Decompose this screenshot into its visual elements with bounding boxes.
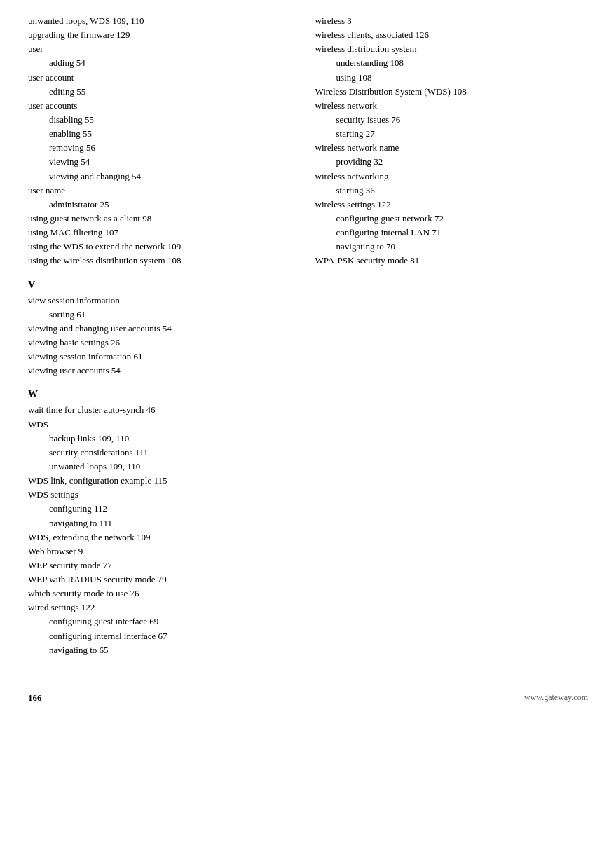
- index-entry: view session information: [28, 294, 294, 308]
- left-sections: Vview session informationsorting 61viewi…: [28, 280, 294, 657]
- index-entry: enabling 55: [28, 127, 294, 141]
- index-entry: disabling 55: [28, 113, 294, 127]
- index-entry: wireless clients, associated 126: [315, 28, 589, 42]
- page-content: unwanted loops, WDS 109, 110upgrading th…: [28, 14, 588, 657]
- index-entry: wired settings 122: [28, 601, 294, 615]
- index-entry: navigating to 111: [28, 516, 294, 530]
- index-entry: viewing basic settings 26: [28, 336, 294, 350]
- index-entry: upgrading the firmware 129: [28, 28, 294, 42]
- index-entry: configuring guest network 72: [315, 212, 589, 226]
- left-initial-entries: unwanted loops, WDS 109, 110upgrading th…: [28, 14, 294, 268]
- index-entry: wait time for cluster auto-synch 46: [28, 403, 294, 417]
- column-left: unwanted loops, WDS 109, 110upgrading th…: [28, 14, 308, 657]
- index-entry: user account: [28, 71, 294, 85]
- index-entry: user name: [28, 184, 294, 198]
- index-entry: providing 32: [315, 155, 589, 169]
- index-entry: Web browser 9: [28, 544, 294, 558]
- index-entry: configuring 112: [28, 502, 294, 516]
- index-entry: security issues 76: [315, 113, 589, 127]
- index-entry: navigating to 70: [315, 240, 589, 254]
- index-entry: user accounts: [28, 99, 294, 113]
- index-entry: adding 54: [28, 56, 294, 70]
- section-header-v: V: [28, 280, 294, 291]
- right-entries: wireless 3wireless clients, associated 1…: [315, 14, 589, 268]
- index-entry: WEP with RADIUS security mode 79: [28, 573, 294, 587]
- index-entry: security considerations 111: [28, 446, 294, 460]
- index-entry: unwanted loops, WDS 109, 110: [28, 14, 294, 28]
- index-entry: wireless 3: [315, 14, 589, 28]
- index-entry: navigating to 65: [28, 643, 294, 657]
- index-entry: wireless settings 122: [315, 198, 589, 212]
- index-entry: using guest network as a client 98: [28, 212, 294, 226]
- index-entry: WPA-PSK security mode 81: [315, 254, 589, 268]
- index-entry: configuring internal LAN 71: [315, 226, 589, 240]
- index-entry: administrator 25: [28, 198, 294, 212]
- index-entry: viewing 54: [28, 155, 294, 169]
- index-entry: unwanted loops 109, 110: [28, 460, 294, 474]
- index-entry: using MAC filtering 107: [28, 226, 294, 240]
- index-entry: understanding 108: [315, 56, 589, 70]
- index-entry: starting 36: [315, 184, 589, 198]
- index-entry: viewing session information 61: [28, 350, 294, 364]
- index-entry: Wireless Distribution System (WDS) 108: [315, 85, 589, 99]
- index-entry: wireless distribution system: [315, 42, 589, 56]
- index-entry: user: [28, 42, 294, 56]
- index-entry: WDS, extending the network 109: [28, 530, 294, 544]
- index-entry: viewing and changing 54: [28, 170, 294, 184]
- footer-url: www.gateway.com: [524, 692, 588, 703]
- index-entry: which security mode to use 76: [28, 587, 294, 601]
- footer: 166 www.gateway.com: [28, 685, 588, 704]
- index-entry: WDS settings: [28, 488, 294, 502]
- index-entry: WEP security mode 77: [28, 558, 294, 573]
- index-entry: using the wireless distribution system 1…: [28, 254, 294, 268]
- index-entry: starting 27: [315, 127, 589, 141]
- index-entry: wireless network name: [315, 141, 589, 155]
- index-entry: wireless network: [315, 99, 589, 113]
- index-entry: editing 55: [28, 85, 294, 99]
- index-entry: viewing and changing user accounts 54: [28, 322, 294, 336]
- index-entry: WDS link, configuration example 115: [28, 474, 294, 488]
- index-entry: using 108: [315, 71, 589, 85]
- index-entry: using the WDS to extend the network 109: [28, 240, 294, 254]
- index-entry: backup links 109, 110: [28, 432, 294, 446]
- index-entry: configuring internal interface 67: [28, 629, 294, 643]
- section-header-w: W: [28, 389, 294, 400]
- page-number: 166: [28, 692, 42, 704]
- index-entry: sorting 61: [28, 308, 294, 322]
- index-entry: viewing user accounts 54: [28, 364, 294, 378]
- index-entry: wireless networking: [315, 170, 589, 184]
- column-right: wireless 3wireless clients, associated 1…: [308, 14, 589, 657]
- index-entry: removing 56: [28, 141, 294, 155]
- index-entry: WDS: [28, 418, 294, 432]
- index-entry: configuring guest interface 69: [28, 615, 294, 629]
